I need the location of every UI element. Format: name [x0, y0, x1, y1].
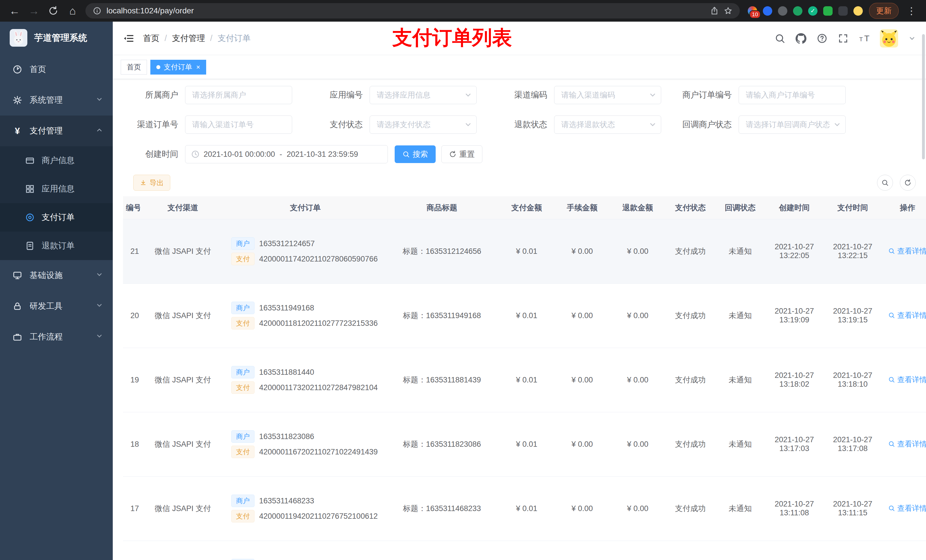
pay-status-cell	[666, 540, 715, 560]
table-toolbar: 导出	[113, 175, 926, 191]
extension-check-icon[interactable]: ✓	[808, 6, 817, 16]
filter-label: 渠道编码	[488, 89, 554, 101]
merchant-order-no: 1635311949168	[259, 303, 314, 312]
card-icon	[25, 155, 35, 165]
avatar[interactable]	[880, 29, 898, 48]
view-detail-link[interactable]: 查看详情	[888, 503, 926, 513]
view-detail-link[interactable]: 查看详情	[888, 439, 926, 449]
browser-extensions: 10 ✓	[748, 6, 863, 16]
pay-time-cell: 2021-10-27 13:19:15	[823, 284, 882, 348]
pay-channel-cell: 微信 JSAPI 支付	[140, 476, 225, 540]
help-icon[interactable]	[817, 33, 828, 44]
pay-order-no: 4200001173202110272847982104	[259, 383, 378, 392]
tab-close-icon[interactable]: ×	[196, 64, 200, 71]
table-header-row: 编号 支付渠道 支付订单 商品标题 支付金额 手续金额 退款金额 支付状态 回调…	[123, 196, 926, 219]
sidebar-item-infra[interactable]: 基础设施	[0, 260, 113, 291]
sidebar-item-system[interactable]: 系统管理	[0, 85, 113, 116]
extension-green-icon[interactable]	[793, 6, 802, 16]
breadcrumb-pay-manage[interactable]: 支付管理	[172, 33, 205, 44]
header: 首页 / 支付管理 / 支付订单 TT	[113, 22, 926, 55]
column-header: 退款金额	[610, 196, 666, 219]
breadcrumb-separator: /	[210, 33, 212, 43]
browser-menu-icon[interactable]: ⋮	[905, 5, 918, 17]
search-icon	[881, 179, 889, 186]
sidebar-item-refund-order[interactable]: 退款订单	[0, 232, 113, 260]
filter-channel-code: 渠道编码	[488, 86, 673, 104]
callback-status-select[interactable]	[738, 116, 846, 134]
sidebar-item-merchant-info[interactable]: 商户信息	[0, 146, 113, 175]
breadcrumb-home[interactable]: 首页	[143, 33, 159, 44]
tab-pay-order[interactable]: 支付订单 ×	[150, 60, 206, 74]
export-button[interactable]: 导出	[133, 175, 170, 191]
pay-time-cell	[823, 540, 882, 560]
create-time-range-picker[interactable]: 2021-10-01 00:00:00 - 2021-10-31 23:59:5…	[185, 145, 388, 163]
view-detail-link[interactable]: 查看详情	[888, 311, 926, 320]
merchant-order-no-input[interactable]	[738, 86, 846, 104]
sidebar-item-pay-order[interactable]: 支付订单	[0, 203, 113, 232]
channel-code-filter-select[interactable]	[554, 86, 661, 104]
browser-home-button[interactable]: ⌂	[66, 5, 79, 16]
extension-smiley-icon[interactable]	[853, 6, 863, 16]
download-icon	[140, 179, 147, 186]
pay-status-select[interactable]	[369, 116, 477, 134]
tab-home[interactable]: 首页	[121, 60, 147, 74]
bookmark-star-icon[interactable]	[724, 6, 732, 15]
search-icon	[888, 376, 895, 383]
search-icon[interactable]	[775, 33, 785, 44]
app-title: 芋道管理系统	[34, 32, 87, 44]
order-id-cell: 20	[123, 284, 140, 348]
pay-order-cell: 商户 1635311823086 支付 42000011672021102710…	[225, 412, 385, 476]
fullscreen-icon[interactable]	[838, 33, 849, 44]
tab-label: 首页	[127, 62, 141, 72]
share-icon[interactable]	[710, 6, 719, 15]
extension-puzzle-icon[interactable]	[838, 6, 848, 16]
sidebar-item-label: 支付订单	[42, 212, 113, 223]
sidebar-item-app-info[interactable]: 应用信息	[0, 175, 113, 203]
product-title-cell: 标题：1635311881439	[385, 348, 499, 412]
reset-button[interactable]: 重置	[441, 145, 483, 163]
sidebar-item-label: 基础设施	[30, 270, 88, 281]
browser-forward-button[interactable]: →	[27, 5, 41, 16]
sidebar-item-home[interactable]: 首页	[0, 54, 113, 85]
sidebar-item-workflow[interactable]: 工作流程	[0, 322, 113, 352]
column-header: 回调状态	[715, 196, 765, 219]
browser-reload-button[interactable]	[47, 6, 60, 16]
channel-order-no-input[interactable]	[185, 116, 292, 134]
extension-chat-icon[interactable]	[823, 6, 832, 16]
merchant-filter-input[interactable]	[185, 86, 292, 104]
site-info-icon[interactable]	[93, 6, 101, 15]
browser-update-button[interactable]: 更新	[869, 3, 899, 19]
pay-channel-cell: 微信 JSAPI 支付	[140, 412, 225, 476]
font-size-icon[interactable]: TT	[859, 33, 870, 44]
create-time-cell: 2021-10-27 13:11:08	[765, 476, 823, 540]
view-detail-link[interactable]: 查看详情	[888, 375, 926, 385]
logo-bunny-icon	[10, 29, 27, 47]
avatar-caret-icon[interactable]	[908, 35, 916, 42]
extension-multicolor-icon[interactable]: 10	[748, 6, 757, 16]
refresh-table-button[interactable]	[900, 175, 916, 191]
chevron-down-icon	[96, 302, 103, 311]
sidebar-item-devtools[interactable]: 研发工具	[0, 291, 113, 322]
product-title-cell: 标题：1635312124656	[385, 219, 499, 284]
search-button[interactable]: 搜索	[395, 145, 436, 163]
url-bar[interactable]: localhost:1024/pay/order	[85, 3, 740, 18]
sidebar-item-pay-manage[interactable]: ¥ 支付管理	[0, 116, 113, 146]
merchant-tag: 商户	[231, 366, 254, 379]
breadcrumb: 首页 / 支付管理 / 支付订单	[143, 33, 251, 44]
chevron-down-icon	[96, 271, 103, 280]
url-text: localhost:1024/pay/order	[106, 6, 705, 15]
refund-status-select[interactable]	[554, 116, 661, 134]
extension-gray-icon[interactable]	[778, 6, 787, 16]
chevron-up-icon	[96, 126, 103, 136]
app-filter-select[interactable]	[369, 86, 477, 104]
github-icon[interactable]	[796, 33, 806, 44]
browser-back-button[interactable]: ←	[8, 5, 21, 16]
pay-order-cell: 商户 1635311881440 支付 42000011732021102728…	[225, 348, 385, 412]
view-detail-link[interactable]: 查看详情	[888, 246, 926, 256]
extension-blue-icon[interactable]	[763, 6, 772, 16]
toggle-search-button[interactable]	[877, 175, 893, 191]
merchant-tag: 商户	[231, 430, 254, 443]
page-content: 所属商户 应用编号 渠道编码	[113, 79, 926, 560]
sidebar-toggle[interactable]	[123, 33, 135, 44]
page-scrollbar[interactable]	[922, 34, 925, 159]
